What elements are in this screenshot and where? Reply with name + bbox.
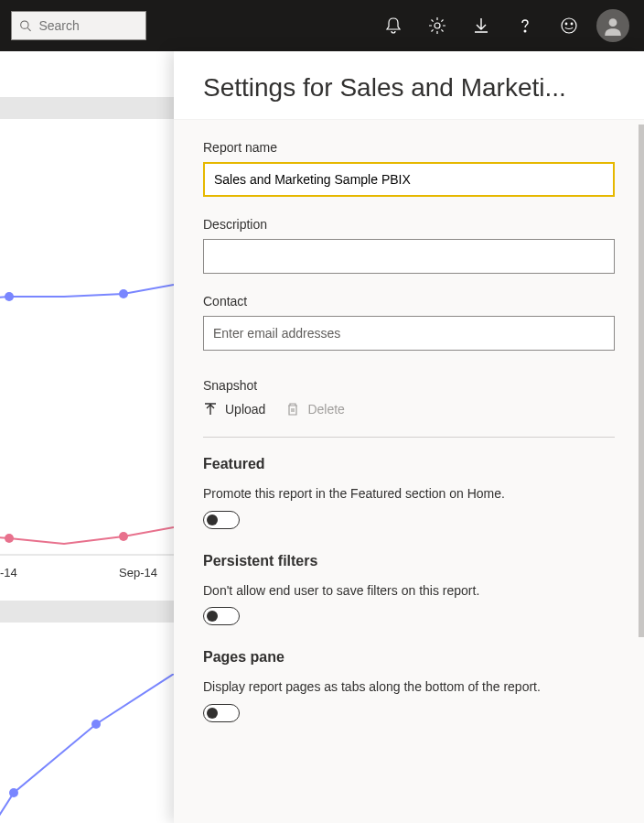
persistent-filters-desc: Don't allow end user to save filters on … [203,582,615,601]
delete-label: Delete [307,402,344,417]
trash-icon [285,402,300,417]
svg-point-4 [562,18,576,33]
svg-point-9 [119,289,128,298]
featured-toggle[interactable] [203,511,240,529]
svg-point-7 [609,18,617,27]
svg-point-11 [119,532,128,541]
panel-header: Settings for Sales and Marketi... [174,51,644,120]
report-name-label: Report name [203,140,615,155]
svg-point-6 [571,23,573,25]
svg-point-13 [9,788,18,797]
download-icon [472,16,490,35]
top-bar [0,0,644,51]
svg-line-1 [27,28,30,31]
snapshot-label: Snapshot [203,378,615,393]
axis-label: Sep-14 [119,566,157,579]
upload-button[interactable]: Upload [203,402,265,417]
notifications-button[interactable] [371,0,415,51]
description-label: Description [203,217,615,232]
description-input[interactable] [203,239,615,274]
upload-icon [203,402,218,417]
topbar-actions [371,0,633,51]
contact-input[interactable] [203,316,615,351]
divider [203,437,615,438]
scrollbar[interactable] [639,125,644,637]
svg-point-2 [435,23,440,28]
panel-body: Report name Description Contact Snapshot… [174,120,644,823]
delete-button: Delete [285,402,344,417]
chart-line-red [0,482,174,610]
person-icon [603,16,623,36]
featured-heading: Featured [203,456,615,472]
featured-desc: Promote this report in the Featured sect… [203,485,615,504]
axis-label: -14 [0,566,17,579]
upload-label: Upload [225,402,265,417]
search-icon [19,18,31,33]
smile-icon [560,16,578,35]
svg-point-14 [91,720,101,729]
report-name-input[interactable] [203,162,615,197]
persistent-filters-heading: Persistent filters [203,553,615,569]
svg-point-8 [5,292,14,301]
panel-title: Settings for Sales and Marketi... [203,73,615,103]
pages-pane-toggle[interactable] [203,704,240,722]
bell-icon [384,16,402,35]
contact-label: Contact [203,294,615,309]
chart-line-blue-2 [0,674,174,823]
download-button[interactable] [459,0,503,51]
gear-icon [428,16,446,35]
feedback-button[interactable] [547,0,591,51]
search-box[interactable] [11,11,146,40]
svg-point-3 [524,30,526,32]
pages-pane-heading: Pages pane [203,649,615,666]
question-icon [516,16,534,35]
settings-button[interactable] [415,0,459,51]
persistent-filters-toggle[interactable] [203,607,240,625]
help-button[interactable] [503,0,547,51]
chart-line-blue [0,234,174,381]
account-avatar[interactable] [596,9,629,42]
svg-point-10 [5,534,14,543]
svg-point-0 [21,21,28,28]
pages-pane-desc: Display report pages as tabs along the b… [203,678,615,697]
settings-panel: Settings for Sales and Marketi... Report… [174,51,644,823]
svg-point-5 [565,23,567,25]
search-input[interactable] [38,18,138,33]
